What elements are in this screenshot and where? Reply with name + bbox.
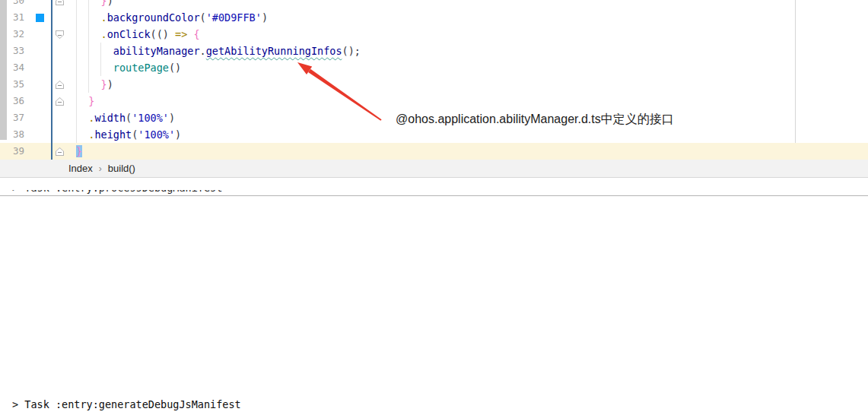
fold-marker-icon[interactable] — [56, 81, 64, 89]
line-number-39: 39 — [0, 143, 24, 160]
code-line-35[interactable]: }) — [76, 76, 113, 93]
color-preview-chip[interactable] — [36, 14, 44, 22]
current-line-highlight — [0, 143, 868, 160]
line-number-30: 30 — [0, 0, 24, 9]
code-line-31[interactable]: .backgroundColor('#0D9FFB') — [76, 9, 268, 26]
line-number-38: 38 — [0, 126, 24, 143]
fold-marker-icon[interactable] — [56, 97, 64, 106]
code-line-34[interactable]: routePage() — [76, 59, 181, 76]
code-line-33[interactable]: abilityManager.getAbilityRunningInfos(); — [76, 43, 361, 59]
fold-marker-icon[interactable] — [56, 0, 64, 5]
line-number-36: 36 — [0, 93, 24, 109]
right-margin-guide — [795, 0, 796, 143]
breadcrumb-item-index[interactable]: Index — [68, 160, 93, 177]
fold-marker-icon[interactable] — [56, 30, 64, 39]
line-number-34: 34 — [0, 59, 24, 76]
line-number-32: 32 — [0, 26, 24, 43]
code-line-38[interactable]: .height('100%') — [76, 126, 181, 143]
code-line-37[interactable]: .width('100%') — [76, 109, 175, 126]
line-number-33: 33 — [0, 43, 24, 59]
line-number-31: 31 — [0, 9, 24, 26]
code-line-32[interactable]: .onClick(() => { — [76, 26, 200, 43]
breadcrumb-item-build[interactable]: build() — [108, 160, 135, 177]
build-console[interactable]: > Task :entry:generateDebugJsManifest> T… — [0, 196, 868, 415]
console-clipped-line: > Task :entry:processDebugManifest — [12, 190, 222, 195]
line-number-37: 37 — [0, 109, 24, 126]
breadcrumb-bar: Index›build() — [0, 160, 868, 178]
fold-marker-icon[interactable] — [56, 147, 64, 156]
console-line: > Task :entry:generateDebugJsManifest — [12, 396, 297, 413]
line-number-35: 35 — [0, 76, 24, 93]
annotation-text: @ohos.application.abilityManager.d.ts中定义… — [396, 112, 674, 128]
code-line-36[interactable]: } — [76, 93, 94, 109]
code-line-39[interactable]: } — [76, 143, 82, 160]
code-editor[interactable]: 30313233343536373839 }) .backgroundColor… — [0, 0, 868, 160]
code-line-30[interactable]: }) — [76, 0, 113, 9]
vcs-change-marker[interactable] — [51, 0, 52, 160]
ide-window: 30313233343536373839 }) .backgroundColor… — [0, 0, 868, 415]
console-output: > Task :entry:generateDebugJsManifest> T… — [12, 393, 297, 415]
breadcrumb-separator-icon: › — [99, 160, 102, 178]
